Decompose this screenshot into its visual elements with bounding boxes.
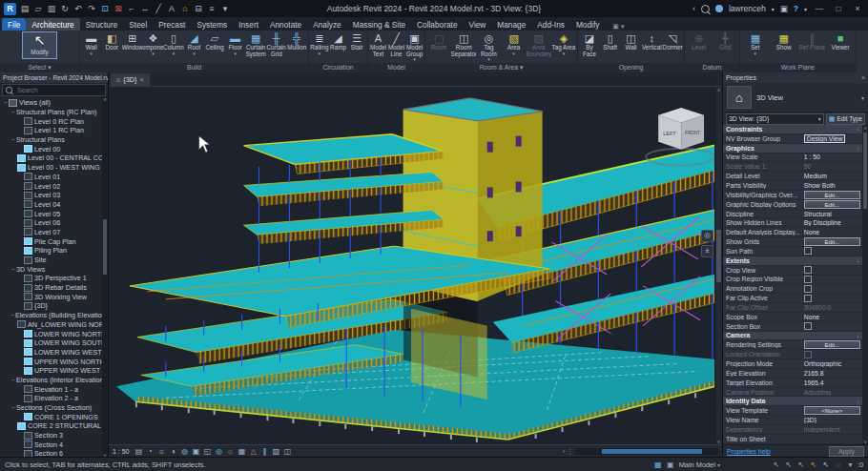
prop-value[interactable]: 1965.4	[804, 379, 862, 386]
displaced-elements-icon[interactable]: ◫	[283, 446, 293, 458]
user-caret-icon[interactable]: ▾	[772, 6, 775, 12]
selection-dashes-icon[interactable]: ◌	[834, 461, 843, 469]
crop-view-icon[interactable]: ▣	[192, 446, 201, 458]
prop-value[interactable]	[804, 322, 862, 330]
ribbon-tab-modify[interactable]: Modify	[570, 18, 605, 31]
temporary-hide-isolate-icon[interactable]: ◎	[215, 446, 224, 458]
project-browser-search[interactable]	[2, 84, 106, 96]
project-browser-header[interactable]: Project Browser - Revit 2024 Model.rvt ×	[0, 72, 108, 83]
search-input[interactable]	[15, 86, 95, 94]
worksharing-display-icon[interactable]: ▧	[272, 446, 281, 458]
tree-item-level-00-west-wing-cor[interactable]: Level 00 - WEST WING COR	[0, 163, 108, 173]
ribbon-button-modify[interactable]: ↖Modify	[23, 32, 56, 58]
tree-item-3d-rebar-details[interactable]: 3D Rebar Details	[0, 283, 108, 293]
ribbon-button-stair[interactable]: ☰Stair	[347, 31, 366, 52]
expander-icon[interactable]: −	[10, 136, 16, 143]
ribbon-button-viewer[interactable]: ■Viewer	[826, 31, 855, 52]
ribbon-button-curtain-grid[interactable]: ╫Curtain Grid	[266, 31, 287, 58]
ribbon-tab-systems[interactable]: Systems	[191, 18, 233, 31]
ribbon-button-dormer[interactable]: ◹Dormer	[662, 31, 683, 52]
temporary-view-properties-icon[interactable]: ▦	[238, 446, 247, 458]
tree-item-piling-plan[interactable]: Piling Plan	[0, 246, 108, 256]
design-options-selector[interactable]: Main Model ▾	[679, 461, 720, 469]
ribbon-button-roof[interactable]: ◢Roof▾	[184, 31, 205, 56]
tree-item-elevations-building-elevation[interactable]: −Elevations (Building Elevation)	[0, 311, 108, 320]
tree-item-3d-working-view[interactable]: 3D Working View	[0, 292, 108, 301]
ribbon-button-model-line[interactable]: ╱Model Line	[387, 31, 405, 58]
pin-icon[interactable]: ↓	[857, 145, 859, 151]
user-avatar-icon[interactable]	[715, 5, 723, 12]
prop-section-camera[interactable]: Camera↓	[723, 332, 862, 341]
ribbon-tab-manage[interactable]: Manage	[491, 18, 531, 31]
scroll-down-icon[interactable]: ∨	[862, 439, 868, 444]
prop-value[interactable]: Edit...	[804, 191, 862, 199]
reveal-hidden-elements-icon[interactable]: ☼	[226, 446, 236, 458]
ribbon-button-column[interactable]: ▯Column▾	[163, 31, 184, 56]
ribbon-button-by-face[interactable]: ◪By Face	[579, 31, 600, 58]
ribbon-button-window[interactable]: ⊞Window	[122, 31, 143, 52]
ribbon-tab-massing-site[interactable]: Massing & Site	[347, 18, 411, 31]
tree-item-level-00-central-core[interactable]: Level 00 - CENTRAL CORE	[0, 154, 108, 163]
tree-item-section-3[interactable]: Section 3	[0, 431, 108, 440]
tree-item-lower-wing-north[interactable]: LOWER WING NORTH	[0, 329, 108, 338]
user-name[interactable]: lawrenceh	[729, 4, 766, 13]
checkbox[interactable]	[804, 295, 812, 302]
prop-value[interactable]: Edit...	[804, 237, 862, 246]
ribbon-button-model-group[interactable]: ▣Model Group▾	[405, 31, 424, 62]
viewport-vertical-scrollbar[interactable]: ∧ ∨	[714, 87, 722, 444]
expander-icon[interactable]: −	[2, 99, 9, 106]
view-template-button[interactable]: <None>	[804, 406, 860, 415]
type-selector[interactable]: ⌂ 3D View ▾	[723, 83, 868, 113]
shadows-icon[interactable]: ◑	[169, 446, 178, 458]
tree-item-views-all[interactable]: −Views (all)	[0, 98, 108, 108]
pin-icon[interactable]: ↓	[857, 257, 859, 263]
redo-icon[interactable]: ↷	[87, 2, 96, 15]
instance-selector[interactable]: 3D View: {3D} ▾	[726, 113, 824, 125]
tree-item-elevations-interior-elevation[interactable]: −Elevations (Interior Elevation)	[0, 376, 108, 385]
checkbox[interactable]	[804, 247, 812, 255]
prop-value[interactable]: 2165.8	[804, 370, 862, 377]
properties-close-icon[interactable]: ×	[861, 74, 865, 81]
scrollbar-thumb[interactable]	[716, 230, 721, 282]
search-icon[interactable]	[701, 5, 710, 13]
scroll-up-icon[interactable]: ∧	[102, 96, 108, 102]
tree-item-site[interactable]: Site	[0, 256, 108, 265]
prop-value[interactable]	[804, 266, 862, 274]
prop-value[interactable]: {3D}	[804, 417, 862, 423]
view-scale-button[interactable]: 1 : 50	[113, 448, 130, 455]
tree-item-an-lower-wing-north[interactable]: AN_LOWER WING NORTH	[0, 320, 108, 330]
ribbon-tab-add-ins[interactable]: Add-Ins	[531, 18, 570, 31]
visual-style-icon[interactable]: ◔	[146, 446, 155, 458]
worksets-icon[interactable]: ▦	[653, 461, 663, 469]
viewcube-front-label[interactable]: FRONT	[685, 131, 700, 135]
prop-value[interactable]	[804, 276, 862, 283]
scrollbar-thumb[interactable]	[602, 449, 702, 454]
filter-icon[interactable]: ▼	[847, 461, 854, 468]
ribbon-button-curtain-system[interactable]: ▦Curtain System	[245, 31, 266, 58]
ribbon-panel-label-build[interactable]: Build	[80, 63, 308, 72]
pin-icon[interactable]: ↓	[857, 126, 859, 132]
steering-wheel-icon[interactable]: ◎	[701, 230, 713, 242]
tree-item-level-01[interactable]: Level 01	[0, 173, 108, 182]
open-icon[interactable]: ▱	[33, 2, 43, 15]
ribbon-button-mullion[interactable]: ╬Mullion	[286, 31, 307, 52]
tree-item-structural-plans[interactable]: −Structural Plans	[0, 135, 108, 145]
ribbon-display-toggle-icon[interactable]: ▣ ▾	[612, 23, 624, 31]
expander-icon[interactable]: −	[10, 377, 16, 383]
expander-icon[interactable]: −	[10, 404, 16, 411]
prop-value[interactable]: Show Both	[804, 182, 862, 189]
tree-item-level-00[interactable]: Level 00	[0, 144, 108, 154]
ribbon-panel-label-circulation[interactable]: Circulation	[309, 63, 367, 72]
ribbon-button-set[interactable]: ▦Set▾	[741, 31, 770, 56]
ribbon-button-room-separator[interactable]: ◫Room Separator	[451, 31, 476, 58]
prop-value-box[interactable]: Design View	[804, 134, 846, 143]
select-underlay-toggle-icon[interactable]: ↖	[796, 461, 806, 469]
checkbox[interactable]	[804, 322, 812, 330]
prop-value[interactable]: Structural	[804, 211, 862, 217]
ribbon-button-door[interactable]: ◧Door	[102, 31, 123, 52]
section-icon[interactable]: ⊟	[194, 2, 203, 15]
view-tab-close-icon[interactable]: ×	[139, 75, 143, 84]
prop-section-identity-data[interactable]: Identity Data↓	[723, 397, 862, 406]
tree-item-level-1-rc-plan[interactable]: Level 1 RC Plan	[0, 126, 108, 135]
revit-logo-icon[interactable]: R	[4, 3, 16, 15]
